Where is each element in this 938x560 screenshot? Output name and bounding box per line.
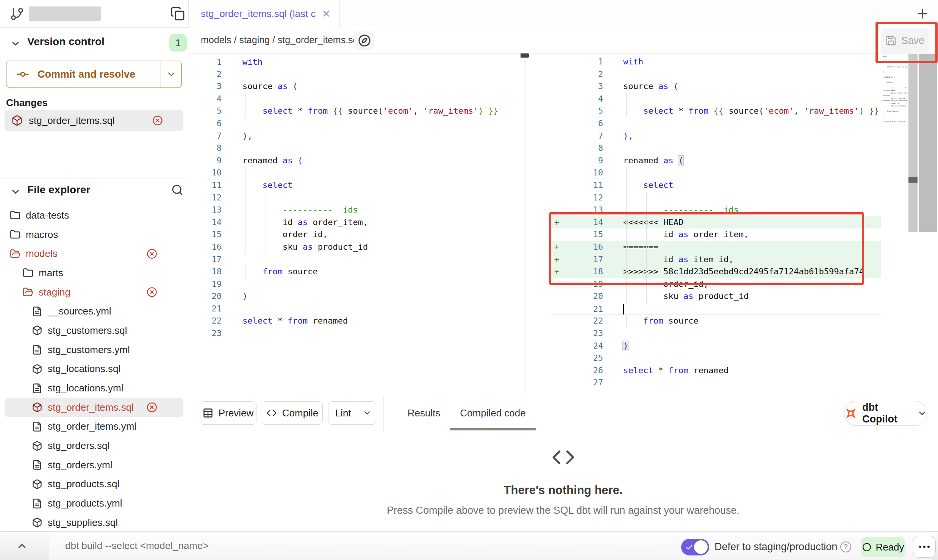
changes-count-badge: 1	[169, 34, 187, 52]
changed-file-item[interactable]: stg_order_items.sql	[5, 110, 183, 131]
file-item-data-tests[interactable]: data-tests	[0, 206, 188, 225]
tab-results[interactable]: Results	[400, 395, 447, 431]
code-line: 20 sku as product_id	[551, 290, 881, 303]
code-line: 4	[189, 93, 525, 105]
doc-icon	[32, 498, 42, 509]
copy-icon[interactable]	[170, 6, 185, 21]
code-line: 2	[189, 68, 525, 81]
results-panel: There's nothing here. Press Compile abov…	[188, 431, 938, 531]
file-explorer-list: data-testsmacrosmodelsmartsstaging__sour…	[0, 206, 188, 532]
file-item-stg_orders.sql[interactable]: stg_orders.sql	[0, 436, 188, 455]
model-icon	[32, 402, 42, 413]
file-item-stg_products.sql[interactable]: stg_products.sql	[0, 475, 188, 494]
bottom-toolbar: Preview Compile Lint Results Compiled co…	[188, 395, 938, 431]
code-line: 1with	[189, 56, 525, 68]
save-icon	[885, 35, 897, 46]
search-icon[interactable]	[171, 184, 183, 196]
code-line: 15 id as order_item,	[551, 228, 881, 241]
breadcrumb: models / staging / stg_order_items.sql	[201, 34, 360, 45]
version-control-title: Version control	[27, 36, 105, 48]
right-pane-scrollbar-thumb[interactable]	[908, 177, 918, 183]
dbt-cloud-ide: Version control 1 Commit and resolve Cha…	[0, 0, 938, 560]
tab-compiled-code[interactable]: Compiled code	[450, 395, 536, 431]
doc-icon	[32, 421, 42, 432]
lint-options-caret[interactable]	[358, 402, 376, 424]
code-line: 17	[189, 253, 525, 266]
commit-and-resolve-button[interactable]: Commit and resolve	[6, 61, 182, 88]
commit-button-label: Commit and resolve	[38, 69, 135, 80]
ready-circle-icon	[862, 542, 872, 552]
file-item-__sources.yml[interactable]: __sources.yml	[0, 302, 188, 321]
code-line: 24)	[551, 340, 881, 352]
file-item-stg_customers.yml[interactable]: stg_customers.yml	[0, 340, 188, 360]
file-item-staging[interactable]: staging	[0, 283, 188, 302]
left-pane-scrollbar[interactable]	[525, 54, 531, 395]
code-line: 12	[551, 192, 881, 204]
code-line: 20)	[189, 290, 525, 303]
sidebar-header	[0, 0, 188, 28]
compile-button[interactable]: Compile	[262, 401, 323, 425]
model-icon	[32, 364, 42, 374]
dbt-copilot-caret	[917, 408, 927, 418]
code-line: 18 from source	[189, 266, 525, 278]
file-explorer-collapse-icon[interactable]	[10, 186, 21, 197]
window-scrollbar[interactable]	[919, 54, 937, 232]
preview-button[interactable]: Preview	[200, 401, 256, 425]
compile-label: Compile	[282, 407, 318, 419]
save-button[interactable]: Save	[881, 28, 929, 53]
editor-pane-modified[interactable]: 1with23source as (45 select * from {{ so…	[551, 54, 881, 387]
file-explorer-title: File explorer	[27, 184, 91, 196]
model-icon	[11, 115, 23, 126]
diff-editor[interactable]: 1with23source as (45 select * from {{ so…	[188, 54, 938, 395]
code-line: 9renamed as (	[189, 155, 525, 167]
code-line: 10	[189, 167, 525, 179]
code-line: 8	[189, 142, 525, 155]
file-item-stg_locations.sql[interactable]: stg_locations.sql	[0, 360, 188, 379]
file-item-stg_order_items.yml[interactable]: stg_order_items.yml	[0, 417, 188, 436]
more-options-button[interactable]	[913, 536, 936, 558]
file-item-stg_locations.yml[interactable]: stg_locations.yml	[0, 379, 188, 398]
doc-icon	[32, 383, 42, 394]
right-pane-scrollbar[interactable]	[908, 54, 918, 232]
file-item-models[interactable]: models	[0, 244, 188, 263]
git-branch-icon[interactable]	[10, 7, 24, 21]
commit-options-caret[interactable]	[161, 61, 181, 88]
tab-stg-order-items[interactable]: stg_order_items.sql (last c...	[188, 0, 340, 27]
file-item-stg_supplies.sql[interactable]: stg_supplies.sql	[0, 513, 188, 532]
file-item-stg_orders.yml[interactable]: stg_orders.yml	[0, 455, 188, 475]
editor-pane-original[interactable]: 1with23source as (45 select * from {{ so…	[189, 54, 525, 338]
version-control-collapse-icon[interactable]	[10, 38, 21, 49]
code-line: 13 ---------- ids	[551, 204, 881, 216]
expand-command-bar-icon[interactable]	[16, 540, 28, 552]
defer-toggle[interactable]	[681, 539, 709, 555]
file-item-stg_products.yml[interactable]: stg_products.yml	[0, 494, 188, 513]
status-badge[interactable]: Ready	[861, 537, 905, 557]
code-line: 15 order_id,	[189, 228, 525, 241]
changed-file-name: stg_order_items.sql	[29, 115, 115, 127]
help-icon[interactable]: ?	[840, 541, 851, 552]
discard-change-icon[interactable]	[152, 115, 163, 126]
doc-icon	[32, 344, 42, 355]
new-tab-button[interactable]	[915, 6, 930, 21]
minimap[interactable]: with source as ( select * from {{ source…	[883, 55, 907, 232]
defer-label: Defer to staging/production	[714, 541, 837, 553]
folderopen-icon	[10, 249, 20, 259]
tab-close-icon[interactable]	[321, 9, 331, 19]
file-item-stg_customers.sql[interactable]: stg_customers.sql	[0, 321, 188, 340]
discard-change-icon[interactable]	[147, 287, 157, 297]
file-item-marts[interactable]: marts	[0, 263, 188, 283]
dbt-copilot-button[interactable]: dbt Copilot	[844, 401, 927, 426]
sidebar-divider	[0, 178, 188, 178]
tab-title: stg_order_items.sql (last c...	[201, 8, 316, 20]
lint-button[interactable]: Lint	[328, 401, 376, 425]
file-item-stg_order_items.sql[interactable]: stg_order_items.sql	[0, 398, 188, 417]
doc-icon	[32, 460, 42, 470]
lineage-button[interactable]	[354, 31, 375, 50]
discard-change-icon[interactable]	[147, 249, 157, 259]
left-pane-scrollbar-thumb[interactable]	[521, 53, 529, 58]
discard-change-icon[interactable]	[147, 402, 157, 413]
code-line: 8	[551, 142, 881, 155]
code-line: +16=======	[551, 241, 881, 253]
code-line: 10	[551, 167, 881, 179]
file-item-macros[interactable]: macros	[0, 225, 188, 244]
